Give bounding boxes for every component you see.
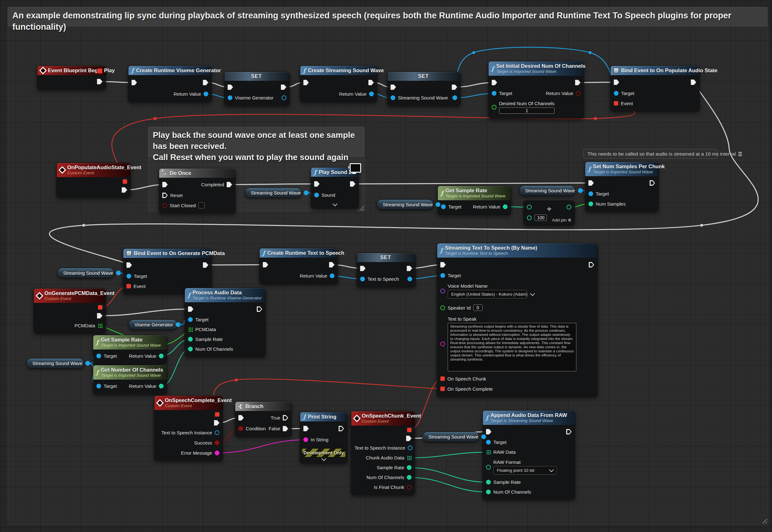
prints-node[interactable]: ƒPrint StringIn StringDevelopment Only	[300, 412, 347, 463]
proc-node[interactable]: ƒProcess Audio DataTarget is Runtime Vis…	[184, 288, 266, 357]
cttss-rv-pin[interactable]	[330, 273, 334, 278]
append-rawformat-pin[interactable]	[486, 465, 491, 470]
append-node[interactable]: ƒAppend Audio Data From RAWTarget is Str…	[483, 410, 575, 500]
cvg-rv-pin[interactable]	[203, 92, 208, 96]
append-rawdata-array-pin[interactable]	[486, 450, 491, 454]
cttss-in-exec-pin[interactable]	[263, 262, 268, 267]
gsr1-target-pin[interactable]	[441, 204, 446, 209]
sidnc-rv-pin[interactable]	[576, 91, 581, 96]
oncomp-out-exec-pin[interactable]	[214, 420, 219, 426]
stts-onchunk-delegate-pin[interactable]	[441, 376, 445, 381]
cssw-node[interactable]: ƒCreate Streaming Sound WaveReturn Value	[300, 66, 377, 102]
pill6-variable-pill[interactable]: Streaming Sound Wave	[422, 432, 479, 442]
pill3-pin-pin[interactable]	[578, 188, 583, 193]
snspc-node[interactable]: ƒSet Num Samples Per ChunkTarget is Impo…	[585, 162, 659, 212]
stts-voice-dropdown[interactable]: English (United States) - Kokoro (Adam)	[448, 290, 527, 298]
doonce-reset-exec-pin[interactable]	[162, 193, 168, 198]
snspc-header[interactable]: ƒSet Num Samples Per ChunkTarget is Impo…	[585, 162, 658, 176]
bp-delegate-pin-icon[interactable]	[97, 68, 103, 74]
branch-header[interactable]: Branch	[235, 402, 291, 411]
settts-header[interactable]: SET	[357, 253, 415, 262]
gnc-rv-pin[interactable]	[159, 384, 164, 388]
proc-header[interactable]: ƒProcess Audio DataTarget is Runtime Vis…	[185, 288, 265, 302]
div1-out-pin[interactable]	[567, 205, 571, 209]
stts-node[interactable]: ƒStreaming Text To Speech (By Name)Targe…	[437, 243, 598, 397]
pillvg-variable-pill[interactable]: Viseme Generator	[128, 319, 177, 330]
oncomp-header[interactable]: OnSpeechComplete_EventCustom Event	[154, 396, 222, 410]
cttss-out-exec-pin[interactable]	[329, 262, 334, 267]
doonce-node[interactable]: 1→Do OnceCompletedResetStart Closed	[159, 168, 235, 213]
branch-in-exec-pin[interactable]	[238, 415, 244, 420]
sidnc-out-exec-pin[interactable]	[575, 80, 581, 85]
gnc-target-pin[interactable]	[96, 384, 101, 388]
append-rawformat-dropdown[interactable]: Floating point 32-bit	[493, 466, 557, 475]
bp-header[interactable]: Event Blueprint Begin Play	[37, 66, 106, 75]
pill2-pin-pin[interactable]	[436, 202, 441, 207]
pill1-variable-pill[interactable]: Streaming Sound Wave	[245, 188, 302, 198]
pill1-pin-pin[interactable]	[304, 190, 308, 195]
prints-instring-pin[interactable]	[303, 437, 308, 442]
onpop-out-exec-pin[interactable]	[122, 187, 127, 193]
ongen-out-exec-pin[interactable]	[97, 313, 102, 318]
cttss-header[interactable]: ƒCreate Runtime Text to Speech	[260, 248, 338, 258]
div1-in1-pin[interactable]	[527, 205, 532, 209]
gsr1-header[interactable]: ƒGet Sample RateTarget is Imported Sound…	[438, 186, 511, 200]
branch-condition-pin[interactable]	[238, 426, 243, 431]
bindgen-event-delegate-pin[interactable]	[126, 284, 131, 288]
play2d-node[interactable]: ƒPlay Sound 2DSound	[311, 167, 359, 208]
stts-header[interactable]: ƒStreaming Text To Speech (By Name)Targe…	[437, 243, 597, 258]
cvg-node[interactable]: ƒCreate Runtime Viseme GeneratorReturn V…	[128, 66, 212, 102]
pill3-variable-pill[interactable]: Streaming Sound Wave	[519, 185, 576, 196]
onchunk-isfinal-pin[interactable]	[407, 485, 412, 490]
chevron-expand-icon[interactable]	[321, 456, 326, 461]
ongen-pcmdata-array-pin[interactable]	[98, 323, 102, 328]
snspc-target-pin[interactable]	[589, 191, 593, 196]
pill5-variable-pill[interactable]: Streaming Sound Wave	[26, 358, 84, 369]
sidnc-desired-value-box[interactable]: 1	[499, 107, 555, 114]
setssw-node[interactable]: SETStreaming Sound Wave	[387, 72, 461, 106]
bindpop-in-exec-pin[interactable]	[614, 80, 619, 85]
oncomp-delegate-delegate-pin[interactable]	[215, 412, 219, 417]
onchunk-node[interactable]: OnSpeechChunk_EventCustom EventText to S…	[351, 411, 415, 495]
append-target-pin[interactable]	[486, 440, 491, 445]
stts-in-exec-pin[interactable]	[441, 262, 446, 267]
setssw-in-exec-pin[interactable]	[391, 85, 396, 90]
prints-out-exec-pin[interactable]	[338, 426, 344, 431]
gsr2-target-pin[interactable]	[96, 354, 101, 358]
oncomp-errmsg-pin[interactable]	[215, 451, 219, 455]
gsr1-rv-pin[interactable]	[503, 204, 508, 209]
onchunk-delegate-delegate-pin[interactable]	[407, 428, 412, 432]
branch-false-exec-pin[interactable]	[283, 426, 288, 431]
append-header[interactable]: ƒAppend Audio Data From RAWTarget is Str…	[483, 411, 575, 425]
bindpop-event-delegate-pin[interactable]	[614, 101, 618, 106]
blueprint-graph-canvas[interactable]: An example demonstrating lip sync during…	[0, 0, 772, 532]
stts-target-pin[interactable]	[441, 273, 445, 278]
stts-text-pin[interactable]	[441, 342, 445, 346]
cssw-rv-pin[interactable]	[369, 92, 374, 96]
div1-in2-pin[interactable]	[527, 215, 532, 220]
stts-text-textarea[interactable]: Streaming synthesis output begins with a…	[448, 323, 576, 371]
play2d-sound-pin[interactable]	[314, 193, 319, 197]
settts-valout-pin[interactable]	[408, 277, 412, 281]
snspc-numsamples-pin[interactable]	[589, 202, 593, 206]
onchunk-out-exec-pin[interactable]	[406, 436, 412, 441]
stts-oncomplete-delegate-pin[interactable]	[441, 387, 445, 391]
cttss-node[interactable]: ƒCreate Runtime Text to SpeechReturn Val…	[259, 248, 338, 284]
note-pin-icon[interactable]	[738, 152, 742, 156]
bindgen-in-exec-pin[interactable]	[126, 262, 132, 268]
proc-out-exec-pin[interactable]	[257, 306, 262, 312]
setvg-header[interactable]: SET	[224, 72, 289, 81]
prints-header[interactable]: ƒPrint String	[300, 412, 347, 421]
settts-out-exec-pin[interactable]	[407, 266, 412, 271]
snspc-in-exec-pin[interactable]	[589, 180, 594, 186]
gsr2-header[interactable]: ƒGet Sample RateTarget is Imported Sound…	[93, 335, 167, 349]
setssw-val-pin[interactable]	[391, 95, 396, 100]
ongen-node[interactable]: OnGeneratePCMData_EventCustom EventPCMDa…	[34, 288, 106, 333]
pill4-variable-pill[interactable]: Streaming Sound Wave	[57, 268, 114, 278]
bindgen-target-pin[interactable]	[126, 274, 131, 279]
bindgen-header[interactable]: Bind Event to On Generate PCMData	[123, 249, 211, 258]
proc-target-pin[interactable]	[188, 317, 193, 322]
stts-out-exec-pin[interactable]	[589, 262, 594, 267]
doonce-header[interactable]: 1→Do Once	[159, 169, 235, 178]
sidnc-header[interactable]: ƒSet Initial Desired Num Of ChannelsTarg…	[489, 61, 584, 76]
